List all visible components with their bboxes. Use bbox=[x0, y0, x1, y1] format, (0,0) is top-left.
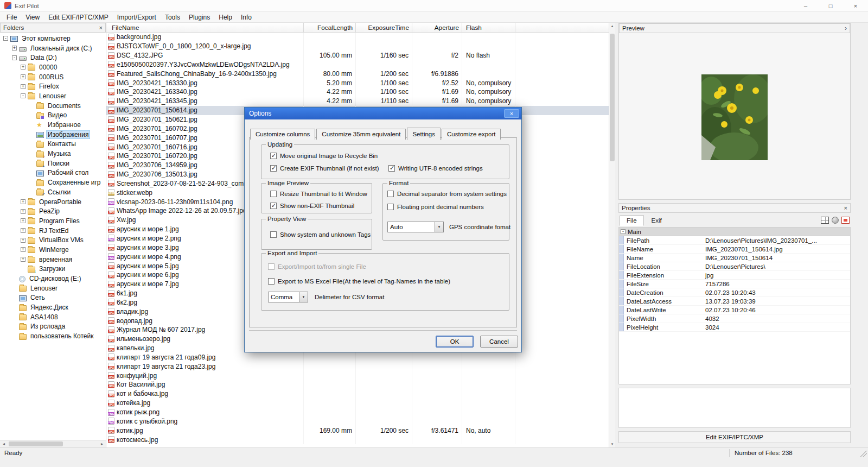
edit-exif-button[interactable]: Edit EXIF/IPTC/XMP bbox=[618, 431, 851, 443]
gps-format-select[interactable]: Auto ▼ bbox=[387, 222, 444, 232]
sphere-view-icon[interactable] bbox=[832, 217, 839, 224]
property-row[interactable]: FileName IMG_20230701_150614.jpg bbox=[619, 245, 850, 254]
tree-item[interactable]: Контакты bbox=[0, 140, 106, 149]
file-row[interactable]: DSC_4132.JPG 105.00 mm 1/160 sec f/2 No … bbox=[106, 51, 609, 60]
menu-item[interactable]: Info bbox=[237, 14, 256, 21]
tag-view-icon[interactable] bbox=[841, 217, 850, 224]
property-row[interactable]: PixelHeight 3024 bbox=[619, 323, 850, 332]
checkbox[interactable]: Decimal separator from system settings bbox=[387, 190, 507, 198]
tree-item[interactable]: + WinMerge bbox=[0, 245, 106, 255]
maximize-button[interactable]: □ bbox=[818, 0, 843, 11]
scrollbar-track[interactable] bbox=[609, 29, 615, 441]
tree-item[interactable]: + Firefox bbox=[0, 81, 106, 91]
tree-item[interactable]: + временная bbox=[0, 255, 106, 264]
checkbox[interactable]: Export/Import to/from single File bbox=[268, 262, 450, 270]
tree-expand-toggle[interactable]: + bbox=[21, 209, 25, 214]
column-header[interactable]: Aperture bbox=[412, 23, 462, 32]
checkbox[interactable]: Create EXIF Thumbnail (if not exist) bbox=[270, 164, 379, 172]
file-row[interactable]: IMG_20230421_163330.jpg 5.20 mm 1/100 se… bbox=[106, 78, 609, 87]
resize-grip[interactable] bbox=[860, 451, 867, 457]
file-row[interactable]: клипарт 19 августа 21 года09.jpg bbox=[106, 353, 609, 362]
file-row[interactable]: e1505050020397.Y3JvcCwxMzkwLDEwODgsNTA2L… bbox=[106, 60, 609, 70]
column-header[interactable]: FocalLength bbox=[304, 23, 356, 32]
tree-item[interactable]: Рабочий стол bbox=[0, 168, 106, 178]
column-header[interactable]: FileName bbox=[106, 23, 304, 32]
property-row[interactable]: FilePath D:\Lenouser\Pictures\IMG_202307… bbox=[619, 236, 850, 245]
tree-item[interactable]: + RJ TextEd bbox=[0, 226, 106, 236]
dialog-tab[interactable]: Settings bbox=[407, 128, 441, 140]
column-header[interactable]: ExposureTime bbox=[356, 23, 412, 32]
scrollbar-thumb[interactable] bbox=[9, 441, 63, 446]
scroll-left-icon[interactable]: ◂ bbox=[0, 441, 8, 446]
checkbox[interactable]: Show non-EXIF Thumbnail bbox=[270, 201, 367, 210]
dialog-tab[interactable]: Customize export bbox=[442, 129, 501, 140]
dropdown-icon[interactable]: ▼ bbox=[435, 222, 443, 232]
tree-item[interactable]: + Локальный диск (C:) bbox=[0, 43, 106, 53]
file-row[interactable]: котик с улыбкой.png bbox=[106, 416, 609, 426]
tree-expand-toggle[interactable]: + bbox=[21, 238, 25, 243]
menu-item[interactable]: Tools bbox=[161, 14, 184, 21]
file-row[interactable]: Кот Василий.jpg bbox=[106, 380, 609, 389]
properties-tab[interactable]: File bbox=[620, 215, 644, 226]
tree-expand-toggle[interactable]: + bbox=[21, 228, 25, 233]
scrollbar-thumb[interactable] bbox=[610, 34, 615, 161]
tree-item[interactable]: + 000RUS bbox=[0, 72, 106, 82]
checkbox[interactable]: Writing UTF-8 encoded strings bbox=[388, 164, 483, 172]
properties-tab[interactable]: Exif bbox=[645, 216, 668, 225]
file-row[interactable]: background.jpg bbox=[106, 33, 609, 42]
tree-expand-toggle[interactable]: + bbox=[21, 257, 25, 262]
tree-item[interactable]: Музыка bbox=[0, 149, 106, 159]
file-row[interactable]: кот и бабочка.jpg bbox=[106, 389, 609, 399]
file-row[interactable]: котик.jpg 169.00 mm 1/200 sec f/3.61471 … bbox=[106, 426, 609, 435]
dialog-titlebar[interactable]: Options × bbox=[245, 108, 521, 119]
file-row[interactable]: котик рыж.png bbox=[106, 408, 609, 417]
tree-item[interactable]: Сохраненные игр bbox=[0, 178, 106, 187]
property-row[interactable]: Name IMG_20230701_150614 bbox=[619, 254, 850, 262]
scroll-down-icon[interactable]: ▾ bbox=[611, 441, 614, 447]
scroll-up-icon[interactable]: ▴ bbox=[611, 23, 614, 29]
tree-item[interactable]: пользователь Котейк bbox=[0, 331, 106, 341]
menu-item[interactable]: Import/Export bbox=[113, 14, 161, 21]
group-expand-toggle[interactable]: - bbox=[621, 229, 626, 234]
tree-item[interactable]: + 00000 bbox=[0, 62, 106, 72]
property-group-row[interactable]: - Main bbox=[619, 228, 850, 236]
table-view-icon[interactable] bbox=[821, 217, 829, 224]
tree-item[interactable]: Яндекс.Диск bbox=[0, 302, 106, 312]
tree-item[interactable]: - Data (D:) bbox=[0, 53, 106, 62]
menu-item[interactable]: View bbox=[21, 14, 44, 21]
dialog-tab[interactable]: Customize 35mm equivalent bbox=[316, 129, 406, 140]
column-header[interactable]: Flash bbox=[462, 23, 515, 32]
tree-item[interactable]: Загрузки bbox=[0, 264, 106, 274]
close-button[interactable]: × bbox=[843, 0, 868, 11]
tree-expand-toggle[interactable]: - bbox=[3, 36, 8, 41]
checkbox[interactable]: Export to MS Excel File(At the level of … bbox=[268, 277, 450, 285]
tree-item[interactable]: Сеть bbox=[0, 293, 106, 303]
property-row[interactable]: FileLocation D:\Lenouser\Pictures\ bbox=[619, 262, 850, 271]
tree-expand-toggle[interactable]: - bbox=[12, 55, 17, 60]
tree-expand-toggle[interactable]: + bbox=[21, 65, 25, 70]
tree-item[interactable]: - Lenouser bbox=[0, 91, 106, 101]
file-row[interactable]: BJSTGXToWF_0_0_1800_1200_0_x-large.jpg bbox=[106, 42, 609, 51]
tree-item[interactable]: + PeaZip bbox=[0, 206, 106, 216]
tree-item[interactable]: Изображения bbox=[0, 130, 106, 140]
tree-expand-toggle[interactable]: + bbox=[12, 46, 17, 51]
scrollbar-track[interactable] bbox=[8, 440, 98, 447]
tree-item[interactable]: Из рслоада bbox=[0, 322, 106, 332]
tree-item[interactable]: + VirtualBox VMs bbox=[0, 235, 106, 245]
column-header[interactable] bbox=[515, 23, 609, 32]
checkbox[interactable]: Show system and unknown Tags bbox=[270, 230, 371, 238]
file-row[interactable]: конфуций.jpg bbox=[106, 371, 609, 380]
menu-item[interactable]: Help bbox=[214, 14, 237, 21]
dialog-tab[interactable]: Customize columns bbox=[250, 129, 315, 140]
menu-item[interactable]: Edit EXIF/IPTC/XMP bbox=[44, 14, 113, 21]
dropdown-icon[interactable]: ▼ bbox=[299, 292, 308, 302]
filelist-vertical-scrollbar[interactable]: ▴ ▾ bbox=[609, 23, 615, 447]
tree-expand-toggle[interactable]: + bbox=[21, 247, 25, 252]
checkbox[interactable]: Move original Image to Recycle Bin bbox=[270, 152, 379, 160]
property-row[interactable]: PixelWidth 4032 bbox=[619, 314, 850, 323]
property-row[interactable]: DateLastAccess 13.07.23 19:03:39 bbox=[619, 297, 850, 306]
file-row[interactable]: IMG_20230421_163345.jpg 4.22 mm 1/110 se… bbox=[106, 97, 609, 106]
checkbox[interactable]: Floating point decimal numbers bbox=[387, 203, 507, 211]
property-row[interactable]: DateLastWrite 02.07.23 10:20:46 bbox=[619, 306, 850, 314]
tree-item[interactable]: ASA1408 bbox=[0, 312, 106, 322]
